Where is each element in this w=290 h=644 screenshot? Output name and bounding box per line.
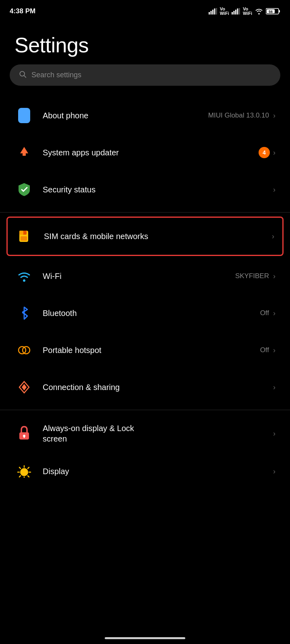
display-chevron: ›	[273, 467, 276, 476]
connection-icon	[14, 378, 34, 397]
display-label: Display	[43, 467, 273, 476]
system-apps-label: System apps updater	[43, 148, 259, 157]
hotspot-icon	[14, 341, 34, 360]
security-icon	[14, 180, 34, 199]
svg-line-37	[28, 467, 29, 469]
svg-rect-7	[235, 10, 236, 14]
svg-line-36	[28, 476, 29, 477]
svg-rect-3	[214, 8, 215, 14]
signal-icon	[209, 8, 218, 14]
hotspot-label: Portable hotspot	[43, 346, 260, 355]
about-phone-value: MIUI Global 13.0.10	[208, 111, 269, 120]
svg-rect-6	[233, 11, 234, 14]
system-apps-badge: 4	[259, 147, 270, 158]
settings-item-about-phone[interactable]: About phone MIUI Global 13.0.10 ›	[0, 97, 290, 134]
settings-item-bluetooth[interactable]: Bluetooth Off ›	[0, 295, 290, 332]
page-title: Settings	[14, 33, 276, 57]
svg-rect-29	[24, 436, 25, 438]
bluetooth-label: Bluetooth	[43, 309, 260, 318]
svg-rect-0	[209, 12, 210, 14]
settings-item-sim-cards[interactable]: SIM cards & mobile networks ›	[6, 217, 284, 256]
settings-item-always-on-display[interactable]: Always-on display & Lockscreen ›	[0, 414, 290, 453]
wifi-label: Wi-Fi	[43, 272, 235, 281]
vo-wifi-label1: VoWiFi	[220, 7, 229, 16]
svg-point-22	[23, 279, 25, 282]
bluetooth-chevron: ›	[273, 309, 276, 318]
lock-screen-icon	[14, 424, 34, 443]
svg-marker-16	[20, 147, 28, 153]
about-phone-icon	[14, 106, 34, 125]
wifi-chevron: ›	[273, 272, 276, 281]
connection-sharing-label: Connection & sharing	[43, 383, 273, 392]
divider-1	[0, 212, 290, 213]
always-on-display-chevron: ›	[273, 429, 276, 438]
search-icon	[19, 70, 27, 80]
svg-rect-1	[210, 11, 211, 14]
sim-cards-chevron: ›	[272, 232, 274, 241]
svg-text:56: 56	[269, 10, 273, 14]
sim-cards-label: SIM cards & mobile networks	[44, 232, 272, 241]
settings-item-portable-hotspot[interactable]: Portable hotspot Off ›	[0, 332, 290, 369]
nav-bar-indicator	[105, 637, 185, 639]
settings-item-security-status[interactable]: Security status ›	[0, 171, 290, 208]
system-apps-chevron: ›	[273, 149, 276, 157]
divider-2	[0, 410, 290, 410]
battery-icon: 56	[266, 8, 280, 15]
signal-icon2	[232, 8, 240, 14]
wifi-icon	[14, 266, 34, 286]
security-status-label: Security status	[43, 185, 273, 194]
svg-rect-20	[19, 231, 23, 235]
system-apps-icon	[14, 143, 34, 162]
status-icons: VoWiFi VoWiFi 56	[209, 7, 280, 16]
svg-point-30	[20, 468, 28, 476]
svg-rect-21	[21, 236, 27, 241]
svg-line-38	[19, 476, 21, 477]
settings-item-wifi[interactable]: Wi-Fi SKYFIBER ›	[0, 258, 290, 295]
wifi-status-icon	[255, 8, 263, 14]
display-icon	[14, 462, 34, 481]
svg-rect-9	[239, 8, 240, 14]
svg-rect-8	[237, 8, 238, 14]
settings-item-connection-sharing[interactable]: Connection & sharing ›	[0, 369, 290, 406]
status-bar: 4:38 PM VoWiFi VoWiFi	[0, 0, 290, 21]
bluetooth-value: Off	[260, 309, 269, 317]
svg-rect-17	[23, 153, 26, 156]
wifi-value: SKYFIBER	[235, 272, 269, 280]
search-container[interactable]: Search settings	[0, 64, 290, 97]
search-bar[interactable]: Search settings	[10, 64, 280, 86]
sim-cards-icon	[16, 227, 35, 246]
svg-marker-26	[22, 384, 27, 390]
status-time: 4:38 PM	[10, 7, 35, 15]
svg-line-35	[19, 467, 21, 469]
search-placeholder: Search settings	[31, 71, 81, 79]
hotspot-chevron: ›	[273, 346, 276, 355]
settings-item-system-apps-updater[interactable]: System apps updater 4 ›	[0, 134, 290, 171]
about-phone-label: About phone	[43, 111, 208, 120]
always-on-display-label: Always-on display & Lockscreen	[43, 423, 273, 444]
hotspot-value: Off	[260, 346, 269, 354]
svg-rect-4	[216, 8, 217, 14]
about-phone-chevron: ›	[273, 111, 276, 120]
settings-item-display[interactable]: Display ›	[0, 453, 290, 490]
page-header: Settings	[0, 21, 290, 64]
security-status-chevron: ›	[273, 186, 276, 194]
connection-sharing-chevron: ›	[273, 383, 276, 392]
svg-rect-5	[232, 12, 233, 14]
svg-rect-11	[279, 10, 280, 12]
settings-list: About phone MIUI Global 13.0.10 › System…	[0, 97, 290, 490]
bluetooth-icon	[14, 303, 34, 323]
svg-rect-2	[212, 10, 213, 14]
vo-wifi-label2: VoWiFi	[243, 7, 252, 16]
svg-line-15	[24, 76, 26, 78]
